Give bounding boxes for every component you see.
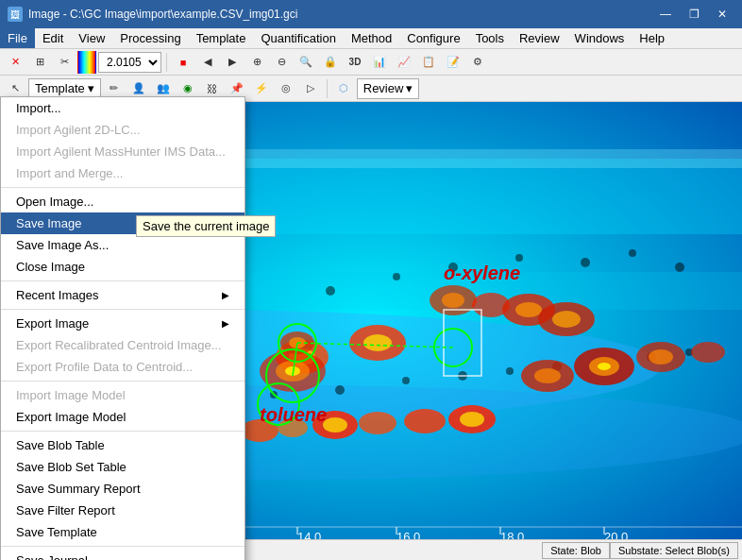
- tb-btn7[interactable]: 📊: [368, 51, 391, 74]
- dd-import[interactable]: Import...: [1, 97, 245, 119]
- svg-point-47: [629, 249, 636, 257]
- tb-btn4[interactable]: ⊖: [270, 51, 293, 74]
- oxylene-label: o-xylene: [444, 263, 520, 284]
- svg-text:20.0: 20.0: [604, 530, 628, 539]
- tb-back-btn[interactable]: ◀: [196, 51, 219, 74]
- dd-open-image[interactable]: Open Image...: [1, 191, 245, 212]
- dd-import-image-model: Import Image Model: [1, 384, 245, 406]
- minimize-button[interactable]: —: [653, 5, 678, 24]
- dd-import-merge: Import and Merge...: [1, 162, 245, 184]
- save-image-tooltip: Save the current image: [136, 215, 276, 237]
- sep-2: [1, 280, 245, 281]
- menu-quantification[interactable]: Quantification: [253, 28, 344, 48]
- sep2: [327, 79, 328, 98]
- svg-point-75: [649, 349, 673, 365]
- dd-import-agilent-2dlc: Import Agilent 2D-LC...: [1, 119, 245, 141]
- substate-status: Substate: Select Blob(s): [610, 542, 738, 559]
- svg-point-43: [393, 273, 400, 280]
- svg-point-54: [335, 385, 345, 395]
- svg-point-57: [506, 367, 514, 375]
- zoom-select[interactable]: 2.0105: [98, 52, 161, 73]
- tb-btn8[interactable]: 📈: [393, 51, 415, 74]
- menu-template[interactable]: Template: [189, 28, 254, 48]
- menu-processing[interactable]: Processing: [112, 28, 188, 48]
- svg-point-21: [460, 412, 484, 427]
- svg-point-25: [363, 334, 392, 351]
- dd-save-blob-set-table[interactable]: Save Blob Set Table: [1, 456, 245, 478]
- tb-colormap-btn[interactable]: [77, 51, 96, 74]
- review-dropdown-btn[interactable]: Review ▾: [357, 78, 420, 99]
- svg-point-73: [598, 363, 611, 370]
- dd-export-image-model[interactable]: Export Image Model: [1, 406, 245, 428]
- sep1: [166, 53, 167, 72]
- tb-btn3[interactable]: ⊕: [245, 51, 268, 74]
- maximize-button[interactable]: ❐: [682, 5, 706, 24]
- export-image-arrow: ▶: [222, 318, 229, 329]
- toolbar-1: ✕ ⊞ ✂ 2.0105 ■ ◀ ▶ ⊕ ⊖ 🔍 🔒 3D 📊 📈 📋 📝 ⚙: [0, 49, 742, 76]
- svg-text:16.0: 16.0: [396, 530, 420, 539]
- dd-save-journal[interactable]: Save Journal: [1, 550, 245, 560]
- svg-point-45: [515, 254, 523, 262]
- state-status: State: Blob: [542, 542, 610, 559]
- sep-6: [1, 546, 245, 547]
- menu-file[interactable]: File: [0, 28, 35, 48]
- menu-edit[interactable]: Edit: [35, 28, 71, 48]
- tb-close-btn[interactable]: ✕: [4, 51, 26, 74]
- tb-3d-btn[interactable]: 3D: [344, 51, 366, 74]
- tb2-btn10[interactable]: ▷: [299, 77, 322, 100]
- tb2-btn9[interactable]: ◎: [275, 77, 297, 100]
- tb2-btn11[interactable]: ⬡: [332, 77, 355, 100]
- dd-export-image[interactable]: Export Image ▶: [1, 313, 245, 334]
- window-controls: — ❐ ✕: [653, 5, 734, 24]
- tb-fwd-btn[interactable]: ▶: [221, 51, 244, 74]
- tb2-btn8[interactable]: ⚡: [250, 77, 273, 100]
- svg-text:14.0: 14.0: [297, 530, 321, 539]
- recent-images-arrow: ▶: [222, 290, 229, 300]
- svg-point-42: [326, 286, 335, 296]
- menu-configure[interactable]: Configure: [399, 28, 467, 48]
- tb-red-sq[interactable]: ■: [172, 51, 194, 74]
- svg-point-35: [515, 302, 542, 317]
- menu-tools[interactable]: Tools: [468, 28, 512, 48]
- review-label: Review: [363, 81, 404, 95]
- svg-point-76: [691, 342, 725, 363]
- dd-save-blob-table[interactable]: Save Blob Table: [1, 434, 245, 456]
- menu-bar: File Edit View Processing Template Quant…: [0, 28, 742, 49]
- svg-point-46: [581, 258, 590, 267]
- app-icon: 🖼: [8, 7, 23, 22]
- sep-1: [1, 187, 245, 188]
- menu-view[interactable]: View: [71, 28, 112, 48]
- toluene-label: toluene: [260, 404, 327, 426]
- dd-save-template[interactable]: Save Template: [1, 521, 245, 543]
- window-title: Image - C:\GC Image\import\example.CSV_i…: [28, 8, 297, 21]
- file-dropdown-menu: Import... Import Agilent 2D-LC... Import…: [0, 96, 245, 560]
- tb-btn11[interactable]: ⚙: [466, 51, 489, 74]
- menu-method[interactable]: Method: [344, 28, 399, 48]
- tb-btn5[interactable]: 🔍: [295, 51, 317, 74]
- dd-close-image[interactable]: Close Image: [1, 256, 245, 278]
- sep-5: [1, 431, 245, 432]
- dd-save-image-as[interactable]: Save Image As...: [1, 234, 245, 256]
- svg-point-48: [675, 263, 684, 272]
- dd-export-recalibrated: Export Recalibrated Centroid Image...: [1, 334, 245, 356]
- sep-4: [1, 381, 245, 382]
- menu-help[interactable]: Help: [632, 28, 672, 48]
- template-arrow-icon: ▾: [88, 81, 94, 95]
- svg-point-55: [402, 377, 410, 384]
- svg-point-19: [404, 409, 446, 433]
- tb-btn2[interactable]: ✂: [53, 51, 76, 74]
- tb-btn6[interactable]: 🔒: [319, 51, 342, 74]
- svg-point-32: [442, 293, 464, 308]
- sep-3: [1, 309, 245, 310]
- tb-btn10[interactable]: 📝: [442, 51, 464, 74]
- close-button[interactable]: ✕: [710, 5, 734, 24]
- svg-point-70: [534, 368, 561, 383]
- dd-recent-images[interactable]: Recent Images ▶: [1, 284, 245, 306]
- dd-save-summary-report[interactable]: Save Summary Report: [1, 478, 245, 500]
- tb-btn9[interactable]: 📋: [417, 51, 440, 74]
- menu-windows[interactable]: Windows: [567, 28, 632, 48]
- menu-review[interactable]: Review: [512, 28, 567, 48]
- tb-btn1[interactable]: ⊞: [28, 51, 51, 74]
- dd-export-profile: Export Profile Data to Centroid...: [1, 356, 245, 378]
- dd-save-filter-report[interactable]: Save Filter Report: [1, 500, 245, 521]
